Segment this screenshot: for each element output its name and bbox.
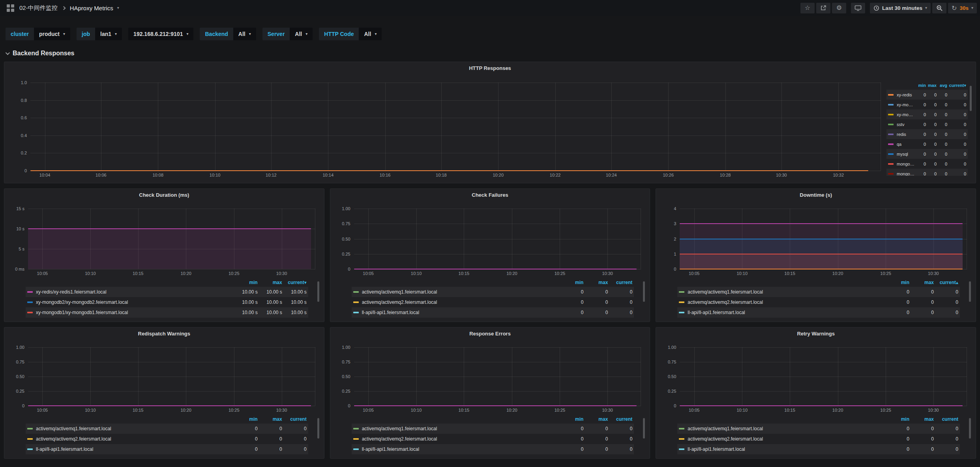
series-color-swatch[interactable] xyxy=(888,114,894,115)
chart-plot-area[interactable]: 1.000.750.500.250 xyxy=(354,347,641,406)
filter-value-dropdown[interactable]: All▾ xyxy=(359,28,382,40)
legend-sort-min[interactable]: min xyxy=(233,280,258,285)
legend-sort-avg[interactable]: avg xyxy=(937,83,947,88)
legend-sort-min[interactable]: min xyxy=(885,416,909,422)
legend-series-name[interactable]: activemq/activemq2.feiersmart.local xyxy=(362,436,437,442)
dashboards-grid-icon[interactable] xyxy=(6,3,15,13)
legend-scrollbar[interactable] xyxy=(643,418,645,439)
filter-value-dropdown[interactable]: All▾ xyxy=(290,28,313,40)
legend-series-name[interactable]: xy-redis/xy-redis1.feiersmart.local xyxy=(36,289,107,295)
filter-value-dropdown[interactable]: lan1▾ xyxy=(95,28,122,40)
panel-title[interactable]: Check Duration (ms) xyxy=(8,192,320,199)
series-color-swatch[interactable] xyxy=(353,291,359,293)
legend-series-name[interactable]: ll-api/ll-api1.feiersmart.local xyxy=(36,446,93,452)
series-color-swatch[interactable] xyxy=(888,163,894,165)
series-color-swatch[interactable] xyxy=(888,153,894,155)
legend-sort-max[interactable]: max xyxy=(583,416,608,422)
legend-sort-current[interactable]: current▴ xyxy=(934,280,958,285)
legend-sort-min[interactable]: min xyxy=(559,416,583,422)
chart-plot-area[interactable]: 1.000.750.500.250 xyxy=(28,347,315,406)
panel-title[interactable]: Retry Warnings xyxy=(660,331,972,338)
legend-sort-current[interactable]: current xyxy=(608,416,632,422)
panel-title[interactable]: Check Failures xyxy=(334,192,646,199)
series-color-swatch[interactable] xyxy=(27,312,33,313)
zoom-out-time-button[interactable] xyxy=(932,3,946,13)
series-color-swatch[interactable] xyxy=(888,134,894,135)
series-color-swatch[interactable] xyxy=(888,173,894,175)
legend-sort-current[interactable]: current▾ xyxy=(947,83,966,88)
dashboard-title-caret-icon[interactable]: ▾ xyxy=(117,6,119,10)
legend-series-name[interactable]: mysql xyxy=(897,152,908,156)
series-color-swatch[interactable] xyxy=(353,428,359,429)
legend-series-name[interactable]: qa xyxy=(897,142,901,147)
legend-sort-current[interactable]: current▾ xyxy=(282,280,307,285)
legend-series-name[interactable]: ll-api/ll-api1.feiersmart.local xyxy=(688,310,745,315)
legend-sort-max[interactable]: max xyxy=(909,280,934,285)
panel-title[interactable]: Response Errors xyxy=(334,331,646,338)
legend-sort-max[interactable]: max xyxy=(583,280,608,285)
series-color-swatch[interactable] xyxy=(353,301,359,303)
legend-sort-current[interactable]: current xyxy=(934,416,958,422)
filter-value-dropdown[interactable]: All▾ xyxy=(233,28,256,40)
series-color-swatch[interactable] xyxy=(27,291,33,293)
cycle-view-mode-button[interactable] xyxy=(851,3,865,13)
breadcrumb-folder[interactable]: 02-中间件监控 xyxy=(19,4,58,12)
series-color-swatch[interactable] xyxy=(679,428,684,429)
series-color-swatch[interactable] xyxy=(679,312,684,313)
legend-series-name[interactable]: activemq/activemq2.feiersmart.local xyxy=(688,299,763,305)
legend-series-name[interactable]: activemq/activemq1.feiersmart.local xyxy=(362,426,437,431)
series-color-swatch[interactable] xyxy=(27,301,33,303)
chart-plot-area[interactable]: 1.000.750.500.250 xyxy=(354,209,641,269)
legend-series-name[interactable]: activemq/activemq1.feiersmart.local xyxy=(688,289,763,295)
legend-series-name[interactable]: xy-mongodb2 xyxy=(897,102,915,107)
series-color-swatch[interactable] xyxy=(888,143,894,145)
legend-series-name[interactable]: activemq/activemq2.feiersmart.local xyxy=(36,436,111,442)
legend-sort-current[interactable]: current xyxy=(608,280,632,285)
legend-series-name[interactable]: activemq/activemq2.feiersmart.local xyxy=(362,299,437,305)
legend-sort-min[interactable]: min xyxy=(559,280,583,285)
star-dashboard-button[interactable]: ☆ xyxy=(800,3,815,13)
legend-series-name[interactable]: activemq/activemq1.feiersmart.local xyxy=(362,289,437,295)
legend-series-name[interactable]: xy-mongodb2/xy-mongodb2.feiersmart.local xyxy=(36,299,128,305)
legend-sort-max[interactable]: max xyxy=(909,416,934,422)
legend-series-name[interactable]: ll-api/ll-api1.feiersmart.local xyxy=(688,446,745,452)
legend-scrollbar[interactable] xyxy=(969,281,971,302)
share-dashboard-button[interactable] xyxy=(816,3,830,13)
legend-series-name[interactable]: activemq/activemq1.feiersmart.local xyxy=(36,426,111,431)
legend-scrollbar[interactable] xyxy=(317,418,319,439)
series-color-swatch[interactable] xyxy=(679,438,684,440)
legend-series-name[interactable]: xy-mongodb1/xy-mongodb1.feiersmart.local xyxy=(36,310,128,315)
panel-title[interactable]: Downtime (s) xyxy=(660,192,972,199)
legend-sort-max[interactable]: max xyxy=(926,83,937,88)
legend-sort-max[interactable]: max xyxy=(258,280,282,285)
legend-scrollbar[interactable] xyxy=(643,281,645,302)
refresh-button[interactable]: ↻ 30s ▾ xyxy=(948,3,977,13)
chart-plot-area[interactable]: 43210 xyxy=(680,209,967,269)
legend-series-name[interactable]: activemq/activemq1.feiersmart.local xyxy=(688,426,763,431)
legend-sort-min[interactable]: min xyxy=(885,280,909,285)
series-color-swatch[interactable] xyxy=(679,301,684,303)
legend-series-name[interactable]: xy-mongodb1 xyxy=(897,112,915,117)
series-color-swatch[interactable] xyxy=(679,291,684,293)
series-color-swatch[interactable] xyxy=(353,438,359,440)
legend-sort-current[interactable]: current xyxy=(282,416,307,422)
chart-plot-area[interactable]: 15 s10 s5 s0 ms xyxy=(28,209,315,269)
legend-scrollbar[interactable] xyxy=(317,281,319,302)
series-color-swatch[interactable] xyxy=(888,104,894,105)
legend-series-name[interactable]: activemq/activemq2.feiersmart.local xyxy=(688,436,763,442)
legend-series-name[interactable]: ll-api/ll-api1.feiersmart.local xyxy=(362,310,419,315)
series-color-swatch[interactable] xyxy=(27,448,33,450)
legend-series-name[interactable]: sstv xyxy=(897,122,905,127)
legend-series-name[interactable]: ll-api/ll-api1.feiersmart.local xyxy=(362,446,419,452)
series-color-swatch[interactable] xyxy=(27,438,33,440)
row-backend-responses[interactable]: Backend Responses xyxy=(0,49,980,62)
chart-plot-area[interactable]: 1.00.80.60.40.20 xyxy=(30,83,881,171)
series-color-swatch[interactable] xyxy=(353,448,359,450)
series-color-swatch[interactable] xyxy=(888,124,894,125)
series-color-swatch[interactable] xyxy=(888,94,894,96)
refresh-interval[interactable]: 30s xyxy=(959,5,969,11)
legend-scrollbar[interactable] xyxy=(970,86,972,111)
legend-series-name[interactable]: mongodb2 xyxy=(897,162,915,166)
filter-value-dropdown[interactable]: 192.168.6.212:9101▾ xyxy=(128,28,193,40)
series-color-swatch[interactable] xyxy=(679,448,684,450)
